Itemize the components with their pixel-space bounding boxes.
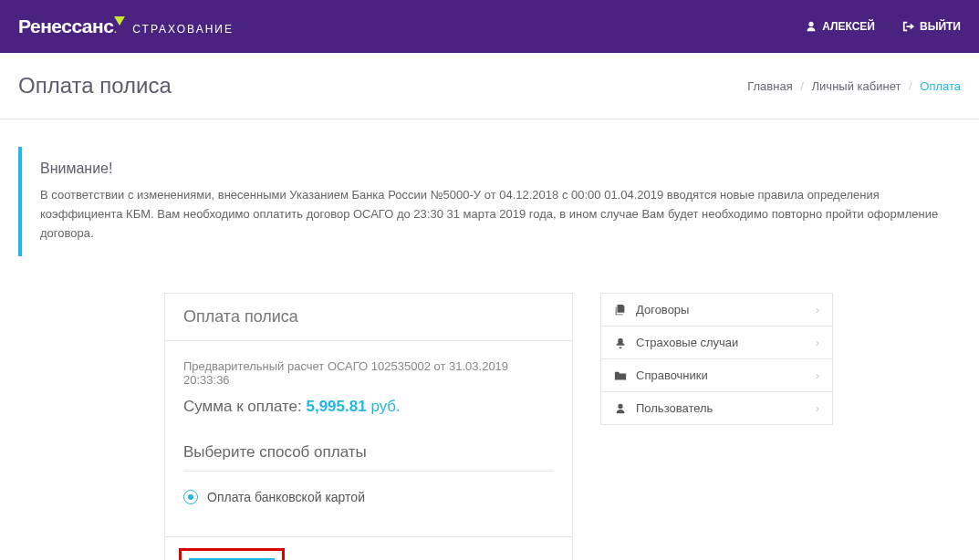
panel-title: Оплата полиса	[165, 294, 572, 341]
top-header: Ренессанс. СТРАХОВАНИЕ АЛЕКСЕЙ ВЫЙТИ	[0, 0, 979, 53]
chevron-right-icon: ›	[816, 401, 819, 415]
breadcrumb-account[interactable]: Личный кабинет	[812, 79, 901, 93]
alert-box: Внимание! В соответствии с изменениями, …	[18, 147, 961, 256]
payment-method-title: Выберите способ оплаты	[183, 443, 554, 472]
chevron-right-icon: ›	[816, 336, 819, 349]
alert-body: В соответствии с изменениями, внесенными…	[40, 186, 943, 243]
payment-method-label: Оплата банковской картой	[207, 490, 365, 504]
breadcrumb-current: Оплата	[920, 79, 961, 93]
page-header: Оплата полиса Главная / Личный кабинет /…	[0, 53, 979, 119]
user-icon	[805, 20, 818, 33]
sidebar-item-insurance-cases[interactable]: Страховые случаи ›	[601, 327, 832, 359]
calc-info: Предварительный расчет ОСАГО 102535002 о…	[183, 359, 554, 387]
user-icon	[614, 402, 627, 415]
logout-link[interactable]: ВЫЙТИ	[902, 20, 961, 33]
logout-label: ВЫЙТИ	[920, 20, 961, 33]
sidebar-item-references[interactable]: Справочники ›	[601, 359, 832, 392]
breadcrumb-home[interactable]: Главная	[747, 79, 792, 93]
user-name-label: АЛЕКСЕЙ	[822, 20, 875, 33]
breadcrumb: Главная / Личный кабинет / Оплата	[747, 79, 961, 93]
copy-icon	[614, 304, 627, 316]
sum-label: Сумма к оплате:	[183, 398, 306, 415]
chevron-right-icon: ›	[816, 303, 819, 316]
page-title: Оплата полиса	[18, 73, 172, 99]
bell-icon	[614, 337, 627, 349]
sum-currency: руб.	[370, 398, 400, 415]
alert-title: Внимание!	[40, 161, 943, 177]
user-link[interactable]: АЛЕКСЕЙ	[805, 20, 875, 33]
logo-brand: Ренессанс.	[18, 16, 125, 37]
pay-button-highlight: Оплатить	[179, 548, 285, 560]
chevron-right-icon: ›	[816, 368, 819, 382]
sum-amount: 5,995.81	[306, 398, 366, 415]
sum-line: Сумма к оплате: 5,995.81 руб.	[183, 398, 554, 416]
payment-panel: Оплата полиса Предварительный расчет ОСА…	[164, 293, 573, 560]
logout-icon	[902, 20, 915, 33]
sidebar-menu: Договоры › Страховые случаи › Справочник…	[600, 293, 833, 425]
folder-icon	[614, 369, 627, 382]
sidebar-item-label: Договоры	[636, 303, 689, 316]
sidebar-item-contracts[interactable]: Договоры ›	[601, 294, 832, 327]
sidebar-item-label: Страховые случаи	[636, 336, 738, 349]
sidebar-item-label: Пользователь	[636, 401, 713, 415]
radio-selected-icon	[183, 490, 198, 504]
sidebar-item-label: Справочники	[636, 368, 708, 382]
payment-method-card[interactable]: Оплата банковской картой	[183, 490, 554, 504]
sidebar-item-user[interactable]: Пользователь ›	[601, 392, 832, 424]
logo[interactable]: Ренессанс. СТРАХОВАНИЕ	[18, 16, 234, 37]
logo-subtitle: СТРАХОВАНИЕ	[132, 23, 234, 36]
